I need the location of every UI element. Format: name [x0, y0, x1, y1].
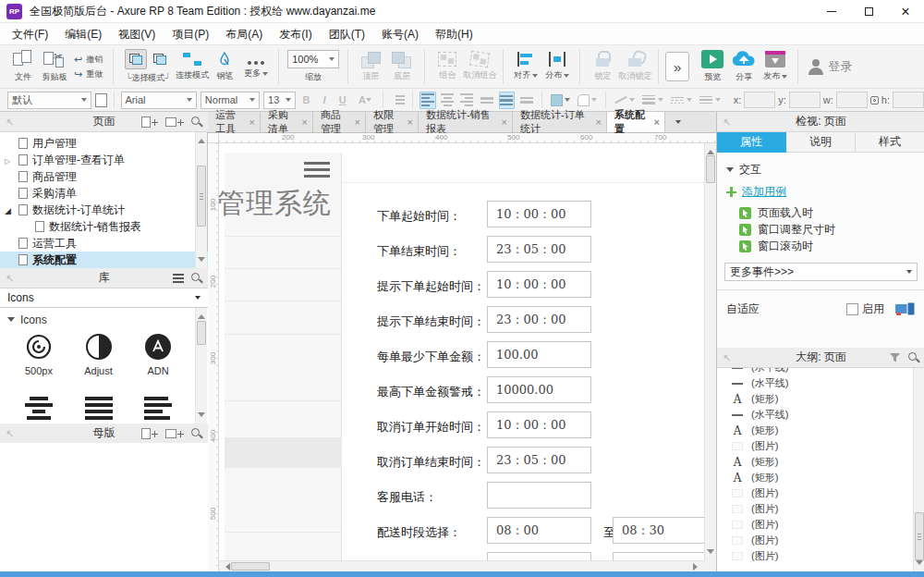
w-input[interactable]	[836, 92, 868, 108]
align-center-button[interactable]	[440, 92, 456, 109]
search-icon[interactable]	[191, 428, 202, 439]
more-tools-button[interactable]: 更多	[240, 46, 272, 87]
align-button[interactable]: 对齐	[510, 46, 541, 87]
more-events-select[interactable]: 更多事件>>>	[724, 263, 918, 281]
collapse-panel-icon[interactable]	[6, 116, 14, 129]
scroll-down-icon[interactable]	[707, 549, 714, 558]
lock-button[interactable]: 锁定	[587, 46, 618, 87]
close-tab-icon[interactable]	[407, 117, 413, 128]
adaptive-enable-checkbox[interactable]	[846, 303, 858, 315]
expander-collapsed-icon[interactable]	[5, 153, 16, 166]
menu-edit[interactable]: 编辑(E)	[56, 23, 110, 45]
outline-item[interactable]: A(矩形)	[717, 423, 924, 438]
library-item-adn[interactable]: ADN	[132, 332, 184, 376]
search-icon[interactable]	[191, 273, 202, 284]
library-scrollbar[interactable]	[195, 308, 207, 424]
scrollbar-thumb[interactable]	[197, 321, 206, 345]
expand-toolbar-button[interactable]	[665, 52, 689, 81]
publish-button[interactable]: 发布	[760, 46, 791, 87]
close-tab-icon[interactable]	[654, 117, 660, 128]
italic-button[interactable]: I	[317, 92, 332, 109]
tab-list-dropdown[interactable]	[668, 112, 688, 132]
close-tab-icon[interactable]	[249, 117, 255, 128]
event-window-scroll[interactable]: 窗口滚动时	[739, 239, 813, 254]
collapse-panel-icon[interactable]	[6, 272, 14, 285]
scrollbar-thumb[interactable]	[915, 512, 924, 560]
file-button[interactable]: 文件	[7, 46, 39, 87]
menu-view[interactable]: 视图(V)	[110, 23, 164, 45]
unlock-button[interactable]: 取消锁定	[618, 46, 651, 87]
add-page-button[interactable]	[141, 117, 158, 128]
font-size-select[interactable]: 13	[263, 92, 296, 109]
add-master-button[interactable]	[141, 428, 158, 439]
clipboard-button[interactable]: 剪贴板	[39, 46, 70, 87]
canvas-vertical-scrollbar[interactable]	[704, 143, 716, 560]
select-intersect-button[interactable]	[125, 49, 147, 69]
search-icon[interactable]	[191, 117, 202, 128]
outline-item[interactable]: (水平线)	[717, 368, 924, 375]
login-button[interactable]: 登录	[808, 58, 852, 75]
fill-color-button[interactable]	[551, 94, 570, 106]
event-page-load[interactable]: 页面载入时	[739, 205, 813, 221]
redo-button[interactable]: 重做	[74, 68, 103, 80]
arrow-style-button[interactable]	[699, 95, 721, 104]
minimize-button[interactable]	[813, 0, 850, 23]
scrollbar-thumb[interactable]	[706, 155, 715, 183]
library-item-align-justify[interactable]	[73, 397, 125, 420]
corner-radius-button[interactable]	[578, 94, 597, 106]
filter-icon[interactable]	[889, 352, 901, 363]
align-top-button[interactable]	[480, 92, 495, 109]
undo-button[interactable]: 撤销	[74, 54, 103, 66]
outline-item[interactable]: A(矩形)	[717, 391, 924, 407]
outline-item[interactable]: (图片)	[717, 501, 924, 517]
scroll-up-icon[interactable]	[198, 135, 205, 143]
align-middle-button[interactable]	[499, 92, 516, 109]
send-back-button[interactable]: 底层	[386, 46, 418, 87]
bring-front-button[interactable]: 顶层	[355, 46, 386, 87]
bullet-list-button[interactable]	[390, 92, 406, 109]
scroll-up-icon[interactable]	[198, 311, 205, 319]
font-weight-select[interactable]: Normal	[201, 92, 260, 109]
font-color-button[interactable]: A	[354, 92, 377, 109]
add-master-folder-button[interactable]	[165, 429, 184, 438]
close-tab-icon[interactable]	[355, 117, 360, 128]
add-folder-button[interactable]	[165, 117, 184, 127]
scroll-right-icon[interactable]	[693, 563, 701, 571]
expander-expanded-icon[interactable]	[5, 203, 16, 216]
zoom-select[interactable]: 100%	[287, 50, 339, 68]
scroll-left-icon[interactable]	[222, 563, 230, 571]
outline-item[interactable]: (水平线)	[717, 407, 924, 423]
outline-item[interactable]: (图片)	[717, 548, 924, 564]
page-item-order-stats[interactable]: 数据统计-订单统计	[0, 202, 208, 218]
menu-team[interactable]: 团队(T)	[321, 23, 373, 45]
font-family-select[interactable]: Arial	[121, 92, 197, 109]
outline-item[interactable]: (图片)	[717, 533, 924, 548]
page-item-operation-tools[interactable]: 运营工具	[0, 235, 208, 252]
library-item-adjust[interactable]: Adjust	[73, 332, 125, 376]
outline-item[interactable]: (图片)	[717, 485, 924, 501]
tab-purchase[interactable]: 采购清单	[261, 112, 313, 132]
outline-item[interactable]: (图片)	[717, 517, 924, 533]
menu-arrange[interactable]: 布局(A)	[217, 23, 271, 45]
menu-help[interactable]: 帮助(H)	[427, 23, 481, 45]
scroll-down-icon[interactable]	[198, 412, 205, 421]
tab-order-stats[interactable]: 数据统计-订单统计	[513, 112, 607, 132]
outline-item[interactable]: (图片)	[717, 438, 924, 454]
library-item-align-left[interactable]	[132, 397, 184, 420]
library-item-align-center[interactable]	[13, 397, 65, 420]
close-button[interactable]	[887, 0, 924, 23]
line-style-button[interactable]	[671, 95, 692, 104]
collapse-panel-icon[interactable]	[723, 351, 731, 364]
scroll-down-icon[interactable]	[916, 560, 923, 569]
group-button[interactable]: 组合	[432, 46, 463, 87]
tab-operation-tools[interactable]: 运营工具	[208, 112, 261, 132]
library-section-header[interactable]: Icons	[0, 308, 208, 328]
line-color-button[interactable]	[614, 95, 635, 104]
pages-scrollbar[interactable]	[195, 132, 207, 268]
close-tab-icon[interactable]	[596, 117, 602, 128]
page-item-goods[interactable]: 商品管理	[0, 168, 208, 185]
outline-item[interactable]: (水平线)	[717, 375, 924, 391]
maximize-button[interactable]	[850, 0, 887, 23]
outline-item[interactable]: A(矩形)	[717, 454, 924, 470]
close-tab-icon[interactable]	[502, 117, 507, 128]
